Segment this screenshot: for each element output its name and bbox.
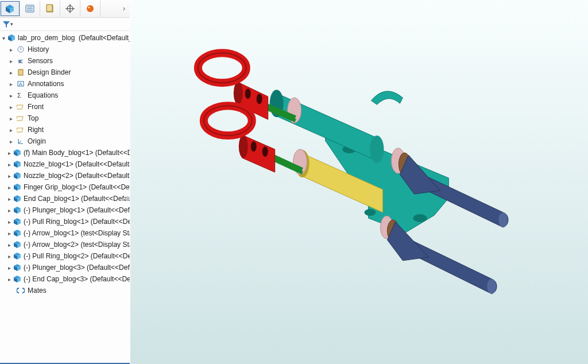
plane-icon <box>16 102 25 111</box>
expand-icon[interactable]: ▸ <box>8 253 11 260</box>
expand-icon[interactable]: ▸ <box>8 184 11 191</box>
tree-item[interactable]: ▸Design Binder <box>0 67 130 78</box>
tree-item-label: Equations <box>28 91 58 99</box>
collapse-icon[interactable]: ▾ <box>2 35 5 41</box>
part-icon <box>13 274 21 284</box>
feature-tree: ▾ lab_pro_dem_blog (Default<Default_Disp… <box>0 31 130 364</box>
part-icon <box>13 240 21 249</box>
svg-point-20 <box>21 60 24 63</box>
tree-item[interactable]: ▸(-) Plunger_blog<1> (Default<<Defa <box>0 204 130 216</box>
expand-icon[interactable]: ▸ <box>8 115 14 122</box>
filter-row[interactable]: ▾ <box>0 18 130 31</box>
tree-item-label: (-) Arrow_blog<1> (test<Display Sta <box>24 229 130 237</box>
tree-item[interactable]: Mates <box>0 285 130 296</box>
expand-icon[interactable]: ▸ <box>8 230 11 237</box>
tree-item[interactable]: ▸(-) Arrow_blog<2> (test<Display Sta <box>0 239 130 250</box>
tree-item[interactable]: ▸End Cap_blog<1> (Default<<Default <box>0 193 130 204</box>
tree-item[interactable]: ▸(-) Pull Ring_blog<1> (Default<<Def <box>0 216 130 227</box>
tree-item[interactable]: ▸(-) Plunger_blog<3> (Default<<Defa <box>0 262 130 273</box>
mates-icon <box>16 286 25 295</box>
expand-icon[interactable]: ▸ <box>8 138 14 145</box>
expand-icon[interactable]: ▸ <box>8 69 14 76</box>
part-icon <box>13 183 21 192</box>
plane-icon <box>16 114 25 123</box>
chevron-down-icon: ▾ <box>10 21 13 27</box>
expand-icon[interactable]: ▸ <box>8 161 11 168</box>
expand-icon[interactable]: ▸ <box>8 81 14 87</box>
svg-rect-25 <box>17 105 23 109</box>
sidebar-tab-row: › <box>0 0 130 18</box>
tab-config-manager[interactable] <box>40 1 60 17</box>
expand-icon[interactable]: ▸ <box>8 219 11 225</box>
expand-icon[interactable]: ▸ <box>8 173 11 179</box>
tab-display-manager[interactable] <box>80 1 100 17</box>
tree-item[interactable]: ▸AAnnotations <box>0 78 130 90</box>
expand-icon[interactable]: ▸ <box>8 242 11 248</box>
tree-item-label: (-) End Cap_blog<3> (Default<<Def <box>24 275 130 283</box>
part-fixed-icon <box>13 148 21 157</box>
tree-item[interactable]: ▸Top <box>0 113 130 124</box>
part-icon <box>13 194 21 203</box>
part-icon <box>13 229 21 238</box>
svg-point-12 <box>87 5 94 12</box>
tree-item[interactable]: ▸(-) Pull Ring_blog<2> (Default<<Def <box>0 250 130 262</box>
svg-rect-21 <box>18 69 23 75</box>
tree-item[interactable]: ▸Front <box>0 101 130 113</box>
svg-point-77 <box>245 88 251 99</box>
tree-item[interactable]: ▸History <box>0 44 130 55</box>
target-icon <box>65 4 75 13</box>
tree-item[interactable]: ▸Right <box>0 124 130 135</box>
equations-icon: Σ <box>16 91 25 100</box>
svg-rect-8 <box>47 5 52 11</box>
tree-item[interactable]: ▸Nozzle_blog<1> (Default<<Default> <box>0 158 130 170</box>
svg-rect-26 <box>17 117 23 121</box>
svg-point-81 <box>262 146 268 157</box>
part-arrow-2 <box>387 222 497 294</box>
part-main-body-top <box>270 90 384 163</box>
svg-point-68 <box>364 209 376 216</box>
sensors-icon <box>16 56 25 65</box>
tree-item[interactable]: ▸(-) Arrow_blog<1> (test<Display Sta <box>0 227 130 239</box>
svg-point-85 <box>204 106 252 135</box>
svg-point-13 <box>88 7 90 9</box>
graphics-viewport[interactable] <box>130 0 588 364</box>
tree-item-label: Front <box>28 103 44 111</box>
tree-item[interactable]: ▸(f) Main Body_blog<1> (Default<<D <box>0 147 130 158</box>
expand-icon[interactable]: ▸ <box>8 150 11 156</box>
tree-item-label: (-) Plunger_blog<1> (Default<<Defa <box>24 206 130 214</box>
tree-root-assembly[interactable]: ▾ lab_pro_dem_blog (Default<Default_Disp <box>0 32 130 44</box>
config-icon <box>45 4 55 13</box>
binder-icon <box>16 68 25 77</box>
expand-icon[interactable]: ▸ <box>8 276 11 282</box>
svg-point-78 <box>257 94 262 104</box>
expand-icon[interactable]: ▸ <box>8 92 14 99</box>
tree-item[interactable]: ▸Finger Grip_blog<1> (Default<<Defa <box>0 181 130 193</box>
tree-item[interactable]: ▸(-) End Cap_blog<3> (Default<<Def <box>0 273 130 285</box>
svg-rect-27 <box>17 128 23 132</box>
part-icon <box>13 171 21 180</box>
part-icon <box>13 263 21 272</box>
tree-item[interactable]: ▸Sensors <box>0 55 130 67</box>
expand-icon[interactable]: ▸ <box>8 58 14 64</box>
svg-point-80 <box>251 141 257 152</box>
tree-item-label: Nozzle_blog<1> (Default<<Default> <box>24 160 130 168</box>
tree-item[interactable]: ▸ΣEquations <box>0 90 130 101</box>
expand-icon[interactable]: ▸ <box>8 265 11 271</box>
tree-item[interactable]: ▸Origin <box>0 135 130 147</box>
svg-point-70 <box>370 135 384 163</box>
history-icon <box>16 45 25 54</box>
tree-item[interactable]: ▸Nozzle_blog<2> (Default<<Default> <box>0 170 130 181</box>
expand-icon[interactable]: ▸ <box>8 207 11 214</box>
tab-property-manager[interactable] <box>20 1 40 17</box>
expand-icon[interactable]: ▸ <box>8 47 14 53</box>
tab-overflow-button[interactable]: › <box>118 1 130 17</box>
tab-feature-manager[interactable] <box>0 1 20 17</box>
part-pull-ring-1 <box>198 53 246 83</box>
expand-icon[interactable]: ▸ <box>8 196 11 202</box>
annotations-icon: A <box>16 79 25 88</box>
svg-point-87 <box>498 212 508 227</box>
tab-dimxpert-manager[interactable] <box>60 1 80 17</box>
expand-icon[interactable]: ▸ <box>8 127 14 133</box>
expand-icon[interactable]: ▸ <box>8 104 14 110</box>
tree-item-label: (-) Pull Ring_blog<2> (Default<<Def <box>24 252 130 260</box>
